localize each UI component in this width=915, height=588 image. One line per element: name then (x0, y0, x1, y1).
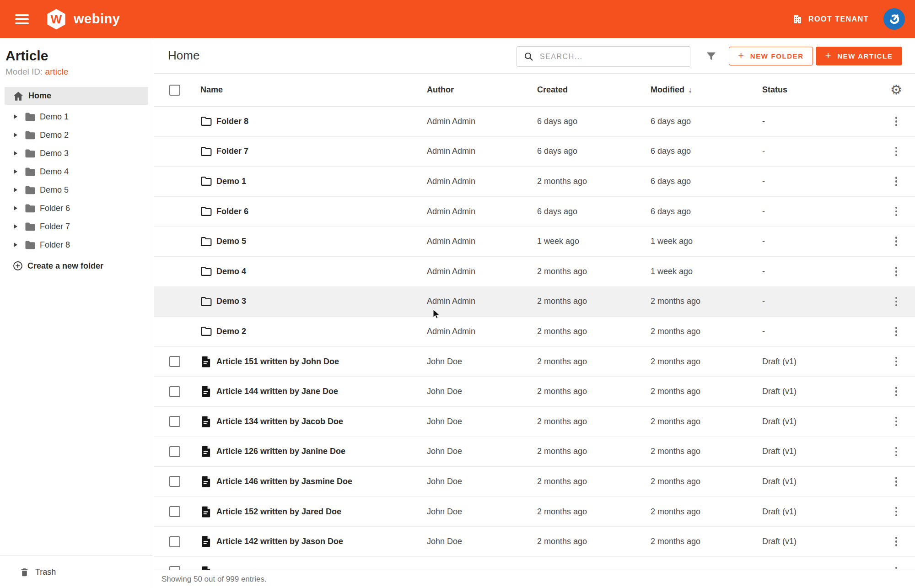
row-author: John Doe (427, 357, 537, 367)
row-menu-kebab-icon[interactable] (893, 174, 900, 189)
row-status: - (762, 177, 877, 186)
row-menu-kebab-icon[interactable] (893, 264, 900, 279)
row-name[interactable]: Article 142 written by Jason Doe (216, 537, 427, 546)
chevron-right-icon[interactable] (14, 133, 17, 137)
table-row-folder[interactable]: Demo 1Admin Admin2 months ago6 days ago- (154, 167, 915, 197)
sidebar-folder-item[interactable]: Demo 4 (0, 162, 153, 181)
row-checkbox[interactable] (169, 356, 180, 367)
chevron-right-icon[interactable] (14, 243, 17, 247)
row-created: 2 months ago (537, 267, 651, 276)
new-article-button[interactable]: + NEW ARTICLE (816, 47, 902, 65)
sidebar-item-home[interactable]: Home (5, 87, 148, 105)
trash-button[interactable]: Trash (0, 556, 153, 588)
chevron-right-icon[interactable] (14, 206, 17, 210)
row-menu-kebab-icon[interactable] (893, 504, 900, 519)
row-name[interactable]: Demo 1 (216, 177, 427, 186)
column-header-status: Status (762, 85, 877, 95)
row-menu-kebab-icon[interactable] (893, 384, 900, 399)
row-name[interactable]: Demo 3 (216, 297, 427, 306)
tenant-selector[interactable]: ROOT TENANT (792, 14, 869, 25)
webiny-logo[interactable]: W webiny (45, 8, 120, 30)
menu-icon[interactable] (15, 13, 31, 25)
table-row-article[interactable]: Article 142 written by Jason DoeJohn Doe… (154, 527, 915, 557)
table-row-article[interactable]: Article 134 written by Jacob DoeJohn Doe… (154, 407, 915, 437)
folder-icon (25, 222, 36, 232)
chevron-right-icon[interactable] (14, 114, 17, 119)
folder-icon (185, 266, 216, 277)
row-menu-kebab-icon[interactable] (893, 444, 900, 459)
table-row-article[interactable]: Article 152 written by Jared DoeJohn Doe… (154, 497, 915, 527)
row-menu-kebab-icon[interactable] (893, 324, 900, 339)
row-menu-kebab-icon[interactable] (893, 204, 900, 219)
row-status: - (762, 297, 877, 306)
row-name[interactable]: Article 151 written by John Doe (216, 357, 427, 367)
chevron-right-icon[interactable] (14, 151, 17, 156)
row-menu-kebab-icon[interactable] (893, 144, 900, 159)
row-menu-kebab-icon[interactable] (893, 414, 900, 429)
row-checkbox[interactable] (169, 536, 180, 547)
row-checkbox[interactable] (169, 386, 180, 397)
folder-icon (25, 167, 36, 177)
table-row-article[interactable]: Article 144 written by Jane DoeJohn Doe2… (154, 377, 915, 407)
column-header-created[interactable]: Created (537, 85, 651, 95)
column-header-author[interactable]: Author (427, 85, 537, 95)
column-header-modified[interactable]: Modified↓ (651, 85, 762, 95)
settings-icon[interactable]: ⚙ (890, 83, 902, 97)
row-menu-kebab-icon[interactable] (893, 234, 900, 249)
sidebar-folder-item[interactable]: Demo 5 (0, 181, 153, 199)
table-row-folder[interactable]: Folder 7Admin Admin6 days ago6 days ago- (154, 137, 915, 167)
row-author: John Doe (427, 477, 537, 486)
row-menu-kebab-icon[interactable] (893, 354, 900, 369)
column-header-name[interactable]: Name (185, 85, 427, 95)
select-all-checkbox[interactable] (169, 85, 180, 96)
table-row-folder[interactable]: Demo 5Admin Admin1 week ago1 week ago- (154, 227, 915, 257)
row-menu-kebab-icon[interactable] (893, 114, 900, 129)
model-id-value[interactable]: article (45, 67, 69, 76)
row-status: - (762, 117, 877, 126)
sidebar-folder-item[interactable]: Folder 8 (0, 236, 153, 254)
filter-icon[interactable] (705, 50, 717, 63)
row-name[interactable]: Demo 5 (216, 237, 427, 246)
row-name[interactable]: Folder 7 (216, 146, 427, 156)
row-name[interactable]: Folder 6 (216, 207, 427, 216)
chevron-right-icon[interactable] (14, 224, 17, 229)
table-row-article[interactable]: Article 126 written by Janine DoeJohn Do… (154, 437, 915, 467)
search-input[interactable] (540, 53, 677, 61)
row-author: Admin Admin (427, 297, 537, 306)
row-modified: 6 days ago (651, 207, 762, 216)
table-row-folder[interactable]: Folder 8Admin Admin6 days ago6 days ago- (154, 107, 915, 137)
row-name[interactable]: Article 126 written by Janine Doe (216, 447, 427, 456)
row-name[interactable]: Demo 4 (216, 267, 427, 276)
row-name[interactable]: Article 152 written by Jared Doe (216, 507, 427, 517)
chevron-right-icon[interactable] (14, 169, 17, 174)
row-checkbox[interactable] (169, 506, 180, 517)
user-avatar[interactable] (883, 8, 905, 30)
sidebar-folder-item[interactable]: Demo 1 (0, 108, 153, 126)
table-row-article[interactable]: Article 151 written by John DoeJohn Doe2… (154, 347, 915, 377)
row-name[interactable]: Folder 8 (216, 117, 427, 126)
table-row-folder[interactable]: Demo 2Admin Admin2 months ago2 months ag… (154, 317, 915, 347)
row-checkbox[interactable] (169, 476, 180, 487)
page-title: Home (168, 49, 199, 63)
sidebar-folder-item[interactable]: Demo 3 (0, 144, 153, 162)
row-menu-kebab-icon[interactable] (893, 474, 900, 489)
table-row-folder[interactable]: Demo 4Admin Admin2 months ago1 week ago- (154, 257, 915, 287)
sidebar-folder-item[interactable]: Folder 6 (0, 199, 153, 217)
row-name[interactable]: Article 134 written by Jacob Doe (216, 417, 427, 426)
create-folder-button[interactable]: Create a new folder (0, 260, 153, 271)
new-folder-button[interactable]: + NEW FOLDER (729, 47, 813, 65)
row-modified: 2 months ago (651, 417, 762, 426)
sidebar-folder-item[interactable]: Folder 7 (0, 217, 153, 236)
row-menu-kebab-icon[interactable] (893, 534, 900, 549)
table-row-folder[interactable]: Demo 3Admin Admin2 months ago2 months ag… (154, 287, 915, 317)
chevron-right-icon[interactable] (14, 188, 17, 192)
sidebar-folder-item[interactable]: Demo 2 (0, 126, 153, 144)
row-name[interactable]: Demo 2 (216, 327, 427, 336)
row-checkbox[interactable] (169, 446, 180, 457)
table-row-folder[interactable]: Folder 6Admin Admin6 days ago6 days ago- (154, 197, 915, 227)
row-menu-kebab-icon[interactable] (893, 294, 900, 309)
row-name[interactable]: Article 144 written by Jane Doe (216, 387, 427, 396)
table-row-article[interactable]: Article 146 written by Jasmine DoeJohn D… (154, 467, 915, 497)
row-checkbox[interactable] (169, 416, 180, 427)
row-name[interactable]: Article 146 written by Jasmine Doe (216, 477, 427, 486)
